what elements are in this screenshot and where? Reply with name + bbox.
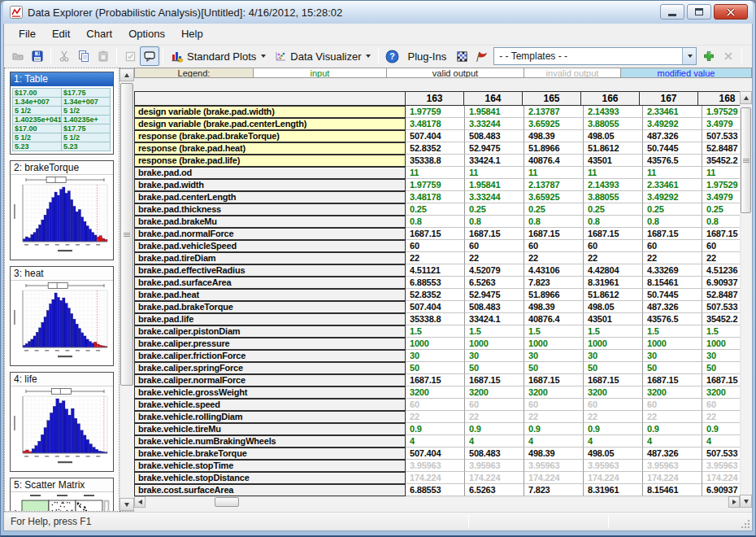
row-label[interactable]: brake.cost.surfaceArea [134,484,406,496]
cell[interactable]: 3.95963 [465,460,524,472]
row-label[interactable]: brake.vehicle.stopTime [134,460,406,472]
cell[interactable]: 50 [702,362,740,374]
cell[interactable]: 0.25 [643,203,702,216]
cell[interactable]: 2.33461 [643,179,702,191]
templates-dropdown-button[interactable] [682,48,696,64]
cell[interactable]: 174.224 [702,472,740,484]
cell[interactable]: 22 [702,252,740,264]
cell[interactable]: 1687.15 [406,374,465,386]
cell[interactable]: 1687.15 [465,228,524,240]
cell[interactable]: 7.823 [524,277,584,289]
cell[interactable]: 498.39 [524,448,584,460]
cell[interactable]: 30 [524,350,584,362]
column-header[interactable]: 166 [580,91,640,106]
cell[interactable]: 174.224 [584,472,643,484]
cut-button[interactable] [54,46,74,66]
cell[interactable]: 3.4979 [702,191,740,203]
flag-button[interactable] [471,46,491,66]
cell[interactable]: 60 [702,240,740,252]
cell[interactable]: 52.9475 [465,142,524,155]
row-label[interactable]: response (brake.pad.life) [134,155,406,167]
cell[interactable]: 0.8 [406,216,465,228]
cell[interactable]: 50 [584,362,643,374]
cell[interactable]: 30 [465,350,524,362]
cell[interactable]: 22 [406,411,465,423]
cell[interactable]: 60 [524,399,584,411]
thumbnail-scatter[interactable]: 5: Scatter Matrix [10,478,114,512]
row-label[interactable]: brake.vehicle.numBrakingWheels [134,435,406,448]
cell[interactable]: 1.97529 [702,106,740,118]
cell[interactable]: 60 [465,240,524,252]
cell[interactable]: 1.5 [584,325,643,338]
cell[interactable]: 50 [643,362,702,374]
cell[interactable]: 51.8966 [524,289,584,301]
cell[interactable]: 1687.15 [584,228,643,240]
cell[interactable]: 51.8612 [584,142,643,155]
cell[interactable]: 1687.15 [465,374,524,386]
scroll-right-button[interactable] [728,496,740,508]
cell[interactable]: 3.33244 [465,191,524,203]
cell[interactable]: 3.95963 [524,460,584,472]
cell[interactable]: 50.7445 [643,142,702,155]
cell[interactable]: 0.25 [524,203,584,216]
cell[interactable]: 498.05 [584,301,643,313]
cell[interactable]: 2.13787 [524,106,584,118]
cell[interactable]: 4 [584,435,643,448]
cell[interactable]: 3.88055 [584,118,643,130]
cell[interactable]: 0.9 [584,423,643,435]
cell[interactable]: 40876.4 [524,155,584,167]
cell[interactable]: 6.90937 [702,277,740,289]
cell[interactable]: 1.5 [524,325,584,338]
cell[interactable]: 3.48178 [406,118,465,130]
cell[interactable]: 0.9 [643,423,702,435]
table-scroll-down-button[interactable] [740,495,752,508]
cell[interactable]: 0.25 [702,203,740,216]
cell[interactable]: 174.224 [524,472,584,484]
cell[interactable]: 60 [584,240,643,252]
cell[interactable]: 1000 [406,338,465,350]
row-label[interactable]: brake.pad.brakeMu [134,216,406,228]
row-label[interactable]: brake.vehicle.speed [134,399,406,411]
cell[interactable]: 6.5263 [465,484,524,496]
cell[interactable]: 22 [584,252,643,264]
cell[interactable]: 11 [584,167,643,179]
table-horizontal-scrollbar[interactable] [134,496,740,508]
cell[interactable]: 2.33461 [643,106,702,118]
cell[interactable]: 22 [465,411,524,423]
cell[interactable]: 507.404 [406,301,465,313]
cell[interactable]: 1000 [524,338,584,350]
cell[interactable]: 3.49292 [643,118,702,130]
paste-button[interactable] [93,46,113,66]
cell[interactable]: 22 [524,252,584,264]
row-label[interactable]: brake.pad.width [134,179,406,191]
cell[interactable]: 52.9475 [465,289,524,301]
thumbnail-life[interactable]: 4: life [10,372,114,472]
cell[interactable]: 43576.5 [643,155,702,167]
cell[interactable]: 507.533 [702,448,740,460]
cell[interactable]: 60 [406,399,465,411]
cell[interactable]: 2.14393 [584,106,643,118]
row-label[interactable]: brake.vehicle.grossWeight [134,386,406,399]
cell[interactable]: 7.823 [524,484,584,496]
cell[interactable]: 3200 [584,386,643,399]
grid-button[interactable] [452,46,471,66]
cell[interactable]: 1.5 [406,325,465,338]
cell[interactable]: 1.95841 [465,179,524,191]
cell[interactable]: 6.90937 [702,484,740,496]
cell[interactable]: 507.404 [406,130,465,142]
cell[interactable]: 507.533 [702,130,740,142]
cell[interactable]: 1687.15 [406,228,465,240]
menu-help[interactable]: Help [173,24,211,44]
cell[interactable]: 487.326 [643,301,702,313]
row-label[interactable]: brake.pad.od [134,167,406,179]
cell[interactable]: 1687.15 [702,374,740,386]
cell[interactable]: 35452.2 [702,155,740,167]
cell[interactable]: 8.15461 [643,484,702,496]
cell[interactable]: 22 [643,411,702,423]
cell[interactable]: 22 [524,411,584,423]
cell[interactable]: 0.25 [465,203,524,216]
cell[interactable]: 174.224 [643,472,702,484]
table-scroll-up-button[interactable] [740,91,752,104]
delete-template-button[interactable] [719,46,738,66]
cell[interactable]: 11 [406,167,465,179]
